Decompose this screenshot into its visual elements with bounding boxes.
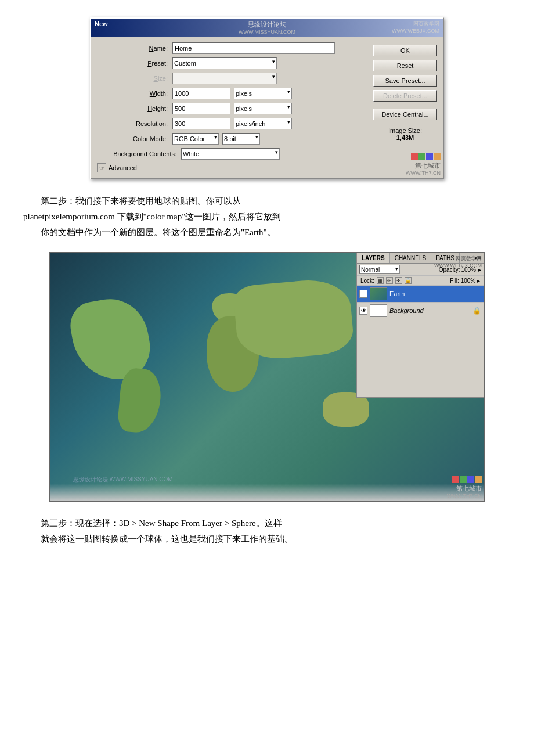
earth-image-box: 思缘设计论坛 WWW.MISSYUAN.COM LAYERS CHANNELS … (49, 252, 485, 502)
th7-name-earth: 第七城市 (447, 484, 482, 493)
preset-row: Preset: Custom (97, 57, 367, 69)
advanced-expand-btn[interactable]: ☞ (97, 163, 106, 172)
step3-block: 第三步：现在选择：3D > New Shape From Layer > Sph… (23, 516, 511, 547)
continent-asia (233, 277, 355, 362)
lock-all-icon[interactable]: 🔒 (405, 277, 412, 284)
th7-url-earth: WWW.TH7.CN (447, 493, 482, 499)
layers-lock-row: Lock: ▦ ✏ ✛ 🔒 Fill: 100% ▸ (357, 276, 484, 286)
step2-line3: 你的文档中作为一个新的图层。将这个图层重命名为"Earth"。 (23, 225, 511, 240)
preset-select-wrapper: Custom (172, 57, 277, 69)
th7-badge-earth: 第七城市 WWW.TH7.CN (447, 476, 482, 499)
save-preset-button[interactable]: Save Preset... (373, 75, 437, 87)
webjx-url-dialog: WWW.WEBJX.COM (392, 28, 439, 34)
earth-forum-watermark: 思缘设计论坛 WWW.MISSYUAN.COM (73, 476, 173, 484)
layer-earth-eye[interactable]: 👁 (359, 290, 367, 298)
ok-button[interactable]: OK (373, 45, 437, 56)
lock-position-icon[interactable]: ✛ (395, 277, 402, 284)
fill-value: 100% (461, 278, 476, 284)
advanced-row: ☞ Advanced (97, 163, 367, 172)
resolution-unit-wrapper: pixels/inch (234, 118, 292, 129)
image-size-info: Image Size: 1,43M (373, 127, 437, 141)
fill-label: Fill: (450, 278, 459, 284)
layer-earth-name: Earth (389, 290, 405, 297)
lock-transparency-icon[interactable]: ▦ (377, 277, 384, 284)
width-unit-select[interactable]: pixels (234, 88, 292, 99)
height-input[interactable] (172, 103, 230, 114)
step3-line2: 就会将这一贴图转换成一个球体，这也是我们接下来工作的基础。 (23, 531, 511, 547)
lock-paint-icon[interactable]: ✏ (386, 277, 393, 284)
layer-earth-thumb (370, 287, 387, 300)
forum-url: WWW.MISSYUAN.COM (239, 29, 295, 35)
webjx-url-earth: WWW.WEBJX.COM (434, 262, 482, 268)
image-size-value: 1,43M (373, 134, 437, 141)
dialog-title-new: New (95, 20, 108, 27)
colormode-select[interactable]: RGB Color (172, 133, 219, 145)
size-select[interactable] (172, 73, 277, 84)
tab-layers[interactable]: LAYERS (357, 253, 390, 263)
th7-name-dialog: 第七城市 (406, 161, 441, 170)
layer-background[interactable]: 👁 Background 🔒 (357, 303, 484, 319)
step2-line2: planetpixelemporium.com 下载到"color map"这一… (23, 209, 511, 225)
dialog-title-center: 思缘设计论坛 WWW.MISSYUAN.COM (239, 20, 295, 35)
resolution-label: Resolution: (97, 120, 172, 127)
height-unit-select[interactable]: pixels (234, 103, 292, 114)
bit-depth-select[interactable]: 8 bit (222, 133, 260, 145)
width-input[interactable] (172, 88, 230, 99)
width-label: Width: (97, 90, 172, 97)
dialog-section: New 思缘设计论坛 WWW.MISSYUAN.COM 网页教学网 WWW.WE… (23, 17, 511, 179)
step3-line1: 第三步：现在选择：3D > New Shape From Layer > Sph… (41, 519, 282, 528)
forum-name: 思缘设计论坛 (248, 20, 286, 29)
webjx-badge-earth: 网页教学网 WWW.WEBJX.COM (434, 255, 482, 268)
layer-bg-name: Background (389, 307, 424, 314)
preset-label: Preset: (97, 60, 172, 67)
layer-bg-lock-icon: 🔒 (472, 307, 481, 315)
colormode-label: Color Mode: (97, 135, 172, 142)
name-label: Name: (97, 45, 172, 52)
th7-url-dialog: WWW.TH7.CN (406, 170, 441, 176)
image-size-label: Image Size: (373, 127, 437, 134)
resolution-input[interactable] (172, 118, 230, 129)
preset-select[interactable]: Custom (172, 57, 277, 69)
th7-badge-dialog: 第七城市 WWW.TH7.CN (406, 153, 441, 176)
size-row: Size: (97, 73, 367, 84)
reset-button[interactable]: Reset (373, 60, 437, 71)
bit-depth-wrapper: 8 bit (222, 133, 260, 145)
dialog-content: Name: Preset: Custom Size: (91, 37, 443, 178)
webjx-name-earth: 网页教学网 (434, 255, 482, 262)
dialog-titlebar: New 思缘设计论坛 WWW.MISSYUAN.COM 网页教学网 WWW.WE… (91, 19, 443, 37)
webjx-name-dialog: 网页教学网 (392, 20, 439, 28)
dialog-left: Name: Preset: Custom Size: (97, 42, 367, 172)
layer-bg-eye[interactable]: 👁 (359, 307, 367, 315)
blend-mode-select[interactable]: Normal (359, 265, 400, 274)
resolution-unit-select[interactable]: pixels/inch (234, 118, 292, 129)
name-input[interactable] (172, 42, 335, 54)
width-row: Width: pixels (97, 88, 367, 99)
name-row: Name: (97, 42, 367, 54)
layer-bg-thumb (370, 304, 387, 317)
webjx-badge-dialog: 网页教学网 WWW.WEBJX.COM (392, 20, 439, 34)
fill-row: Fill: 100% ▸ (450, 278, 480, 284)
lock-label: Lock: (360, 278, 374, 284)
bgcontents-row: Background Contents: White (97, 148, 367, 160)
device-central-button[interactable]: Device Central... (373, 109, 437, 120)
layer-earth[interactable]: 👁 Earth (357, 286, 484, 303)
advanced-divider (139, 168, 367, 168)
layers-panel: LAYERS CHANNELS PATHS ▸≡ Normal Opacity:… (356, 253, 484, 398)
fill-arrow[interactable]: ▸ (477, 278, 480, 284)
bgcontents-select[interactable]: White (181, 148, 280, 160)
tab-channels[interactable]: CHANNELS (390, 253, 431, 263)
step2-line1: 第二步：我们接下来将要使用地球的贴图。你可以从 (41, 196, 241, 206)
delete-preset-button[interactable]: Delete Preset... (373, 90, 437, 102)
height-label: Height: (97, 105, 172, 112)
new-dialog: New 思缘设计论坛 WWW.MISSYUAN.COM 网页教学网 WWW.WE… (90, 17, 444, 179)
bgcontents-label: Background Contents: (97, 150, 181, 157)
advanced-label: Advanced (109, 164, 137, 171)
bgcontents-select-wrapper: White (181, 148, 280, 160)
step2-text: 第二步：我们接下来将要使用地球的贴图。你可以从 planetpixelempor… (23, 193, 511, 240)
colormode-select-wrapper: RGB Color (172, 133, 219, 145)
step3-text: 第三步：现在选择：3D > New Shape From Layer > Sph… (23, 516, 511, 547)
size-select-wrapper (172, 73, 277, 84)
width-unit-wrapper: pixels (234, 88, 292, 99)
earth-section: 思缘设计论坛 WWW.MISSYUAN.COM LAYERS CHANNELS … (23, 252, 511, 502)
colormode-row: Color Mode: RGB Color 8 bit (97, 133, 367, 145)
